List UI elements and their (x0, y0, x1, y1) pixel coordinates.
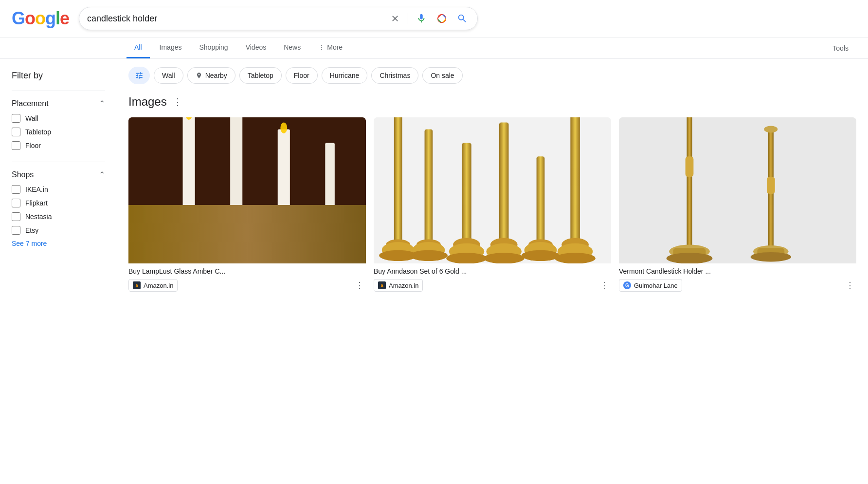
card-menu-2[interactable]: ⋮ (598, 278, 611, 293)
wall-checkbox[interactable] (12, 114, 20, 123)
image-card-3[interactable]: Vermont Candlestick Holder ... G Gulmoha… (619, 117, 856, 293)
tools-button[interactable]: Tools (825, 38, 856, 58)
google-logo[interactable]: Google (12, 8, 69, 29)
source-badge-1[interactable]: a Amazon.in (128, 279, 178, 292)
image-card-2[interactable]: Buy Anndason Set of 6 Gold ... a Amazon.… (374, 117, 611, 293)
images-more-button[interactable]: ⋮ (171, 94, 184, 110)
filter-ikea[interactable]: IKEA.in (12, 185, 105, 194)
source-name-1: Amazon.in (144, 282, 173, 289)
more-dots-icon: ⋮ (318, 43, 325, 51)
svg-rect-24 (462, 143, 471, 244)
voice-search-button[interactable] (414, 11, 429, 26)
svg-rect-32 (537, 156, 545, 244)
svg-point-1 (440, 17, 443, 20)
search-icons (388, 11, 470, 26)
search-icon (457, 13, 468, 24)
image-label-3: Vermont Candlestick Holder ... (619, 267, 856, 275)
tab-shopping[interactable]: Shopping (191, 37, 235, 58)
placement-header[interactable]: Placement ⌃ (12, 99, 105, 108)
flipkart-checkbox[interactable] (12, 199, 20, 207)
search-bar: candlestick holder (79, 7, 478, 30)
tab-news[interactable]: News (276, 37, 308, 58)
chip-nearby[interactable]: Nearby (187, 67, 235, 84)
svg-rect-43 (686, 156, 694, 177)
image-label-2: Buy Anndason Set of 6 Gold ... (374, 267, 611, 275)
content-area: Wall Nearby Tabletop Floor Hurricane Chr… (117, 67, 868, 302)
svg-rect-28 (499, 123, 509, 245)
ikea-checkbox[interactable] (12, 185, 20, 194)
filter-wall[interactable]: Wall (12, 114, 105, 123)
divider (408, 13, 408, 24)
chevron-up-icon2: ⌃ (99, 170, 105, 179)
lens-button[interactable] (434, 11, 449, 26)
svg-point-10 (280, 123, 287, 133)
svg-rect-20 (425, 130, 433, 245)
filter-by-label: Filter by (12, 71, 105, 81)
filter-icon-chip[interactable] (128, 67, 150, 84)
sidebar-divider2 (12, 162, 105, 162)
svg-rect-41 (687, 117, 692, 251)
svg-point-39 (555, 253, 596, 263)
amazon-icon-2: a (378, 281, 386, 289)
filter-nestasia[interactable]: Nestasia (12, 212, 105, 221)
shops-header[interactable]: Shops ⌃ (12, 170, 105, 179)
card-menu-3[interactable]: ⋮ (844, 278, 856, 293)
placement-section: Placement ⌃ Wall Tabletop Floor (12, 99, 105, 150)
filter-flipkart[interactable]: Flipkart (12, 199, 105, 207)
image-thumb-1 (128, 117, 366, 263)
image-label-1: Buy LampLust Glass Amber C... (128, 267, 366, 275)
image-card-1[interactable]: Buy LampLust Glass Amber C... a Amazon.i… (128, 117, 366, 293)
card-menu-1[interactable]: ⋮ (353, 278, 366, 293)
microphone-icon (416, 13, 427, 24)
chip-christmas[interactable]: Christmas (371, 67, 418, 84)
search-button[interactable] (455, 11, 470, 26)
svg-point-11 (174, 216, 203, 232)
see-more-button[interactable]: See 7 more (12, 240, 105, 247)
svg-rect-16 (394, 117, 402, 245)
chip-on-sale[interactable]: On sale (422, 67, 462, 84)
chip-tabletop[interactable]: Tabletop (239, 67, 282, 84)
source-name-3: Gulmohar Lane (634, 282, 678, 289)
source-badge-3[interactable]: G Gulmohar Lane (619, 279, 682, 292)
filter-tabletop[interactable]: Tabletop (12, 128, 105, 136)
close-icon (390, 14, 400, 23)
chip-wall[interactable]: Wall (154, 67, 183, 84)
svg-point-52 (750, 252, 791, 262)
chip-hurricane[interactable]: Hurricane (322, 67, 368, 84)
sidebar: Filter by Placement ⌃ Wall Tabletop Floo… (0, 67, 117, 302)
etsy-checkbox[interactable] (12, 226, 20, 235)
images-title: Images (128, 95, 167, 109)
svg-rect-5 (230, 117, 242, 224)
tabletop-checkbox[interactable] (12, 128, 20, 136)
source-badge-2[interactable]: a Amazon.in (374, 279, 423, 292)
gulmohar-icon: G (623, 281, 631, 289)
svg-rect-49 (767, 177, 775, 194)
tab-videos[interactable]: Videos (238, 37, 274, 58)
svg-point-23 (410, 250, 448, 261)
tab-all[interactable]: All (127, 37, 150, 58)
images-section-header: Images ⋮ (128, 94, 856, 110)
amazon-icon-1: a (133, 281, 141, 289)
tab-more[interactable]: ⋮ More (310, 37, 350, 58)
svg-rect-40 (619, 117, 856, 263)
sidebar-divider (12, 91, 105, 91)
svg-rect-4 (183, 117, 195, 224)
nestasia-checkbox[interactable] (12, 212, 20, 221)
search-input[interactable]: candlestick holder (87, 14, 384, 24)
image-thumb-2 (374, 117, 611, 263)
clear-button[interactable] (388, 12, 402, 25)
filter-floor[interactable]: Floor (12, 141, 105, 150)
floor-checkbox[interactable] (12, 141, 20, 150)
svg-rect-7 (325, 143, 335, 224)
filter-chips-row: Wall Nearby Tabletop Floor Hurricane Chr… (128, 67, 856, 84)
chip-floor[interactable]: Floor (286, 67, 318, 84)
header: Google candlestick holder (0, 0, 868, 37)
main-content: Filter by Placement ⌃ Wall Tabletop Floo… (0, 59, 868, 310)
tab-images[interactable]: Images (152, 37, 190, 58)
shops-section: Shops ⌃ IKEA.in Flipkart Nestasia Etsy S… (12, 170, 105, 247)
svg-point-27 (446, 253, 487, 263)
svg-point-13 (270, 221, 297, 235)
filter-etsy[interactable]: Etsy (12, 226, 105, 235)
svg-point-12 (221, 216, 251, 232)
svg-point-48 (764, 126, 778, 133)
